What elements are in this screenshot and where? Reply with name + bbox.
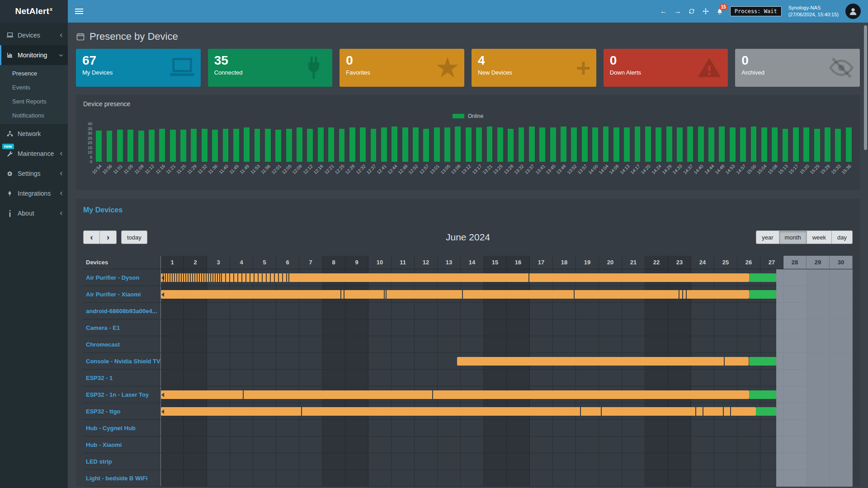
device-link[interactable]: ESP32 - 1n - Laser Toy xyxy=(83,386,161,403)
sidebar-item-maintenance[interactable]: new Maintenance xyxy=(0,144,68,164)
calendar-view-month[interactable]: month xyxy=(779,230,807,244)
day-cell xyxy=(737,336,760,352)
sidebar-item-monitoring[interactable]: Monitoring xyxy=(0,45,68,65)
day-cell xyxy=(322,370,345,386)
app-logo[interactable]: NetAlertx xyxy=(0,0,68,23)
continues-left-arrow-icon xyxy=(161,292,164,297)
sidebar-item-devices[interactable]: Devices xyxy=(0,25,68,45)
chart-y-label: 30 xyxy=(88,131,92,136)
chart-y-label: 25 xyxy=(88,136,92,141)
device-link[interactable]: ESP32 - ttgo xyxy=(83,403,161,419)
sidebar-item-settings[interactable]: Settings xyxy=(0,164,68,183)
day-cell xyxy=(691,453,714,469)
day-cell xyxy=(484,303,507,319)
day-header: 24 xyxy=(691,256,714,269)
calendar-next-button[interactable]: › xyxy=(100,230,117,244)
device-link[interactable]: Light - bedside B WiFi xyxy=(83,470,161,486)
device-link[interactable]: Console - Nvidia Shield TV xyxy=(83,353,161,369)
device-link[interactable]: Air Purifier - Xiaomi xyxy=(83,286,161,302)
day-header: 29 xyxy=(807,256,830,269)
sidebar-item-about[interactable]: About xyxy=(0,203,68,223)
disconnect-tick xyxy=(340,290,341,299)
presence-bar-green[interactable] xyxy=(749,390,777,399)
stat-card-favorites[interactable]: 0 Favorites ★ xyxy=(340,49,464,87)
chart-bar: 13:28 xyxy=(507,124,514,162)
day-cell xyxy=(553,336,576,352)
day-cell xyxy=(507,470,530,486)
device-link[interactable]: LED strip xyxy=(83,453,161,469)
device-link[interactable]: android-68608b93a00e4... xyxy=(83,303,161,319)
sidebar-toggle-icon[interactable] xyxy=(75,8,83,15)
stat-card-my-devices[interactable]: 67 My Devices xyxy=(76,49,201,87)
sidebar-item-integrations[interactable]: Integrations xyxy=(0,183,68,203)
back-arrow-icon[interactable]: ← xyxy=(660,7,667,15)
stat-card-down-alerts[interactable]: 0 Down Alerts xyxy=(604,49,728,87)
day-cell xyxy=(322,436,345,453)
disconnect-tick xyxy=(679,290,679,299)
device-link[interactable]: Camera - E1 xyxy=(83,319,161,336)
disconnect-tick xyxy=(344,290,344,299)
day-cell xyxy=(276,303,299,319)
day-header: 20 xyxy=(599,256,622,269)
day-cell xyxy=(484,370,507,386)
device-link[interactable]: Hub - Cygnet Hub xyxy=(83,420,161,436)
device-row: android-68608b93a00e4... xyxy=(83,303,853,319)
calendar-prev-button[interactable]: ‹ xyxy=(83,230,100,244)
day-header: 14 xyxy=(461,256,484,269)
move-icon[interactable] xyxy=(702,8,709,15)
chart-y-label: 5 xyxy=(90,155,92,160)
notifications-bell-icon[interactable]: 15 xyxy=(716,8,723,15)
stat-label: New Devices xyxy=(478,69,590,76)
stat-card-connected[interactable]: 35 Connected xyxy=(208,49,333,87)
day-cell xyxy=(668,453,691,469)
chart-x-label: 13:57 xyxy=(577,164,588,175)
sidebar-item-notifications[interactable]: Notifications xyxy=(0,108,68,122)
day-cell xyxy=(599,319,622,336)
user-avatar[interactable] xyxy=(845,4,861,19)
calendar-view-day[interactable]: day xyxy=(832,230,853,244)
calendar-nav-group: ‹ › today xyxy=(83,230,147,244)
vertical-scrollbar-thumb[interactable] xyxy=(864,25,867,150)
sidebar-item-presence[interactable]: Presence xyxy=(0,66,68,80)
chart-plot-area: 10:5410:5611:0111:0511:0811:1211:1611:21… xyxy=(95,124,853,162)
day-cell xyxy=(299,370,322,386)
presence-bar-green[interactable] xyxy=(749,273,777,282)
refresh-icon[interactable] xyxy=(688,8,695,15)
device-link[interactable]: ESP32 - 1 xyxy=(83,370,161,386)
device-link[interactable]: Air Purifier - Dyson xyxy=(83,269,161,286)
page-title: Presence by Device xyxy=(90,31,178,42)
presence-bar-orange[interactable] xyxy=(457,357,749,366)
presence-bar-orange[interactable] xyxy=(161,390,749,399)
chart-x-label: 13:45 xyxy=(545,164,556,175)
device-link[interactable]: Chromecast xyxy=(83,336,161,352)
calendar-view-week[interactable]: week xyxy=(807,230,832,244)
legend-label: Online xyxy=(468,113,484,119)
day-cell xyxy=(530,436,553,453)
panel-title: Device presence xyxy=(83,100,853,108)
chart-x-label: 15:00 xyxy=(745,164,757,175)
sidebar-item-events[interactable]: Events xyxy=(0,80,68,94)
presence-bar-orange[interactable] xyxy=(161,290,749,299)
chart-bar: 11:25 xyxy=(179,124,187,162)
disconnect-tick xyxy=(730,407,731,416)
calendar-view-year[interactable]: year xyxy=(756,230,779,244)
presence-bar-orange[interactable] xyxy=(161,407,756,416)
sidebar-item-sent-reports[interactable]: Sent Reports xyxy=(0,94,68,108)
day-cell xyxy=(161,303,184,319)
timeline-header-row: Devices123456789101112131415161718192021… xyxy=(83,256,853,269)
day-cell xyxy=(230,436,253,453)
forward-arrow-icon[interactable]: → xyxy=(674,7,681,15)
calendar-today-button[interactable]: today xyxy=(121,230,147,244)
day-cell xyxy=(737,436,760,453)
device-link[interactable]: Hub - Xiaomi xyxy=(83,436,161,453)
stat-card-new-devices[interactable]: 4 New Devices + xyxy=(472,49,596,87)
chart-x-label: 12:01 xyxy=(270,164,282,175)
host-time: (27/06/2024, 15:40:15) xyxy=(788,11,839,18)
stat-card-archived[interactable]: 0 Archived xyxy=(735,49,860,87)
presence-bar-green[interactable] xyxy=(756,407,776,416)
presence-bar-green[interactable] xyxy=(749,357,777,366)
disconnect-tick xyxy=(288,273,289,282)
chart-y-label: 0 xyxy=(90,160,92,164)
sidebar-item-network[interactable]: Network xyxy=(0,124,68,144)
presence-bar-green[interactable] xyxy=(749,290,777,299)
